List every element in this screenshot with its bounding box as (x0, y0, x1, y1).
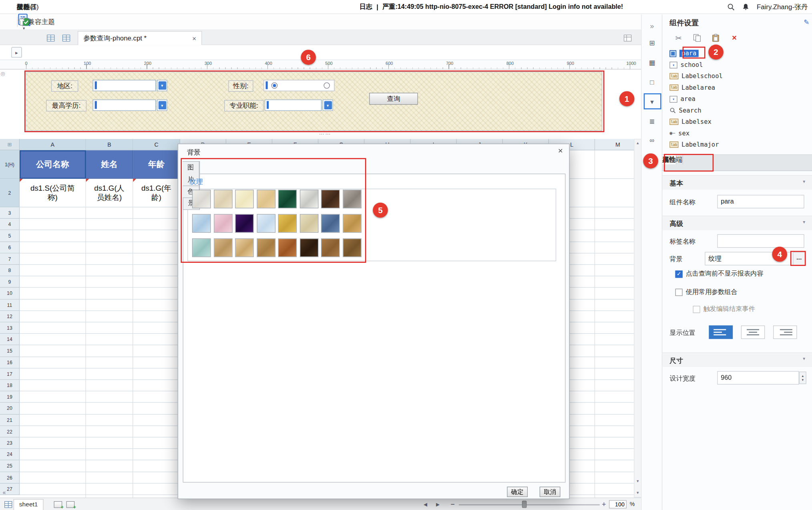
tree-item-search[interactable]: Search (669, 105, 701, 116)
design-width-input[interactable] (717, 371, 799, 385)
checkbox-unchecked-icon[interactable] (675, 288, 683, 296)
select-all-corner[interactable]: ⊞ (0, 139, 20, 150)
tree-item-labelschool[interactable]: labLabelschool (669, 71, 723, 82)
row-header-11[interactable]: 11 (0, 299, 20, 311)
education-dropdown-button[interactable]: ▾ (157, 99, 167, 111)
zoom-out-icon[interactable]: − (450, 500, 455, 508)
pane-resize-handle[interactable]: ⋯⋯ (310, 131, 341, 137)
tree-item-labelsex[interactable]: labLabelsex (669, 116, 712, 127)
data-cell-c2[interactable]: ds1.G(年龄) (133, 179, 180, 207)
scroll-up-icon[interactable]: ▲ (634, 141, 641, 145)
report-view-icon[interactable] (46, 33, 56, 42)
texture-green-marble[interactable] (278, 189, 297, 208)
condition-attributes-icon[interactable]: ≣ (646, 115, 658, 127)
user-name[interactable]: Fairy.Zhang-张丹 (757, 2, 808, 12)
texture-medium-wood[interactable] (321, 238, 340, 257)
more-widgets-icon[interactable]: ▸ (11, 47, 22, 58)
row-header-4[interactable]: 4 (0, 219, 20, 230)
vertical-scrollbar[interactable]: ▲ ▼ ▼ (634, 139, 641, 498)
sex-label-widget[interactable]: 性别: (228, 81, 253, 92)
tree-item-labelarea[interactable]: labLabelarea (669, 82, 715, 93)
query-button[interactable]: 查询 (369, 93, 418, 105)
header-cell-b1[interactable]: 姓名 (86, 150, 133, 179)
next-sheet-icon[interactable]: ▶ (436, 502, 440, 507)
row-header-23[interactable]: 23 (0, 437, 20, 449)
widget-name-input[interactable] (717, 195, 804, 208)
add-chart-sheet-icon[interactable] (66, 501, 75, 508)
tree-item-sex[interactable]: ◉‒sex (669, 127, 689, 139)
row-header-16[interactable]: 16 (0, 357, 20, 369)
row-header-3[interactable]: 3 (0, 207, 20, 219)
row-header-10[interactable]: 10 (0, 288, 20, 300)
option-trigger-edit-end-event[interactable]: 触发编辑结束事件 (693, 305, 755, 314)
texture-newsprint[interactable] (192, 189, 211, 208)
texture-gold-weave[interactable] (278, 214, 297, 233)
zoom-slider-thumb[interactable] (522, 501, 527, 508)
cancel-button[interactable]: 取消 (540, 487, 561, 497)
spin-down-icon[interactable]: ▾ (802, 378, 804, 382)
texture-granite[interactable] (343, 189, 362, 208)
texture-walnut-dark[interactable] (299, 238, 318, 257)
zoom-value-input[interactable] (609, 500, 627, 508)
form-view-icon[interactable] (61, 33, 72, 42)
header-cell-c1[interactable]: 年龄 (133, 150, 180, 179)
row-header-21[interactable]: 21 (0, 414, 20, 426)
row-header-15[interactable]: 15 (0, 345, 20, 357)
cut-icon[interactable]: ✂ (674, 33, 683, 42)
row-header-2[interactable]: 2 (0, 179, 20, 207)
row-header-9[interactable]: 9 (0, 276, 20, 288)
row-header-18[interactable]: 18 (0, 380, 20, 391)
texture-recycled-paper[interactable] (214, 189, 233, 208)
background-more-button[interactable]: ... (793, 252, 805, 266)
row-header-6[interactable]: 6 (0, 242, 20, 254)
texture-cherry[interactable] (278, 238, 297, 257)
texture-purple-mesh[interactable] (235, 214, 254, 233)
data-cell-b2[interactable]: ds1.G(人员姓名) (86, 179, 133, 207)
data-cell-a2[interactable]: ds1.S(公司简称) (20, 179, 86, 207)
delete-icon[interactable]: × (730, 33, 739, 42)
row-header-17[interactable]: 17 (0, 369, 20, 380)
texture-blue-tissue[interactable] (192, 214, 211, 233)
align-right-button[interactable] (773, 325, 797, 339)
zoom-slider-track[interactable] (459, 504, 600, 506)
education-label-widget[interactable]: 最高学历: (46, 100, 86, 111)
notification-bell-icon[interactable] (742, 3, 750, 11)
row-header-8[interactable]: 8 (0, 265, 20, 276)
section-basic[interactable]: 基本 ▾ (662, 175, 812, 189)
parameter-pane[interactable]: 地区: ▾ 性别: 查询 最高学历: ▾ 专业职能: ▾ (25, 72, 602, 131)
compat-theme-button[interactable]: 兼容主题 (14, 17, 59, 26)
widget-combo-icon[interactable]: ▾ (646, 95, 658, 108)
row-header-25[interactable]: 25 (0, 460, 20, 472)
widget-settings-icon[interactable]: ⊞ (646, 36, 658, 49)
align-center-button[interactable] (741, 325, 765, 339)
scroll-down-icon[interactable]: ▼ (634, 480, 641, 483)
area-label-widget[interactable]: 地区: (51, 81, 78, 92)
option-use-common-param-combo[interactable]: 使用常用参数组合 (675, 288, 738, 296)
header-cell-a1[interactable]: 公司名称 (20, 150, 86, 179)
texture-parchment[interactable] (235, 189, 254, 208)
pane-collapse-icon[interactable]: ◎ (0, 71, 5, 76)
tag-name-input[interactable] (717, 234, 804, 248)
scroll-page-down-icon[interactable]: ▼ (634, 491, 641, 494)
close-tab-icon[interactable]: × (192, 34, 196, 42)
checkbox-checked-icon[interactable]: ✓ (675, 270, 683, 278)
row-header-20[interactable]: 20 (0, 403, 20, 415)
column-header-B[interactable]: B (86, 139, 133, 150)
search-icon[interactable] (727, 3, 735, 11)
spin-up-icon[interactable]: ▴ (802, 373, 804, 378)
dialog-close-icon[interactable]: × (558, 146, 563, 155)
radio-unselected-icon[interactable] (324, 83, 330, 89)
cell-element-icon[interactable]: □ (646, 76, 658, 88)
copy-icon[interactable] (692, 33, 701, 42)
collapse-panel-icon[interactable]: » (646, 20, 658, 32)
area-dropdown-button[interactable]: ▾ (157, 80, 167, 91)
texture-white-marble[interactable] (299, 189, 318, 208)
texture-walnut[interactable] (343, 238, 362, 257)
texture-pink-tissue[interactable] (214, 214, 233, 233)
panel-tab-mobile[interactable]: 移动端 (662, 155, 683, 164)
paste-icon[interactable] (711, 33, 720, 42)
texture-wicker[interactable] (343, 214, 362, 233)
scroll-left-icon[interactable]: « (2, 489, 6, 496)
prev-sheet-icon[interactable]: ◀ (424, 502, 427, 507)
row-header-26[interactable]: 26 (0, 472, 20, 484)
